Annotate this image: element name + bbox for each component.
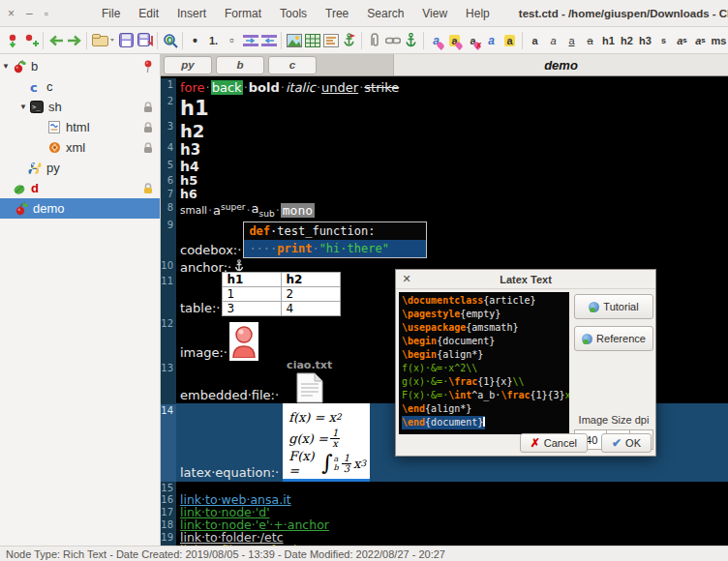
dialog-close-icon[interactable]: ✕ (396, 273, 417, 285)
tree-item-b[interactable]: ▼ b (0, 56, 160, 76)
menu-help[interactable]: Help (466, 7, 490, 20)
tutorial-button[interactable]: Tutorial (574, 294, 653, 319)
text-cursor (483, 417, 485, 427)
anchor-button[interactable] (402, 30, 420, 51)
h3-button[interactable]: h3 (636, 30, 654, 51)
tree-item-label: xml (66, 140, 85, 155)
strikethrough-button[interactable]: a (581, 30, 599, 51)
subscript-button[interactable]: as (691, 30, 710, 51)
tree-item-c[interactable]: c c (0, 76, 160, 97)
menu-view[interactable]: View (422, 7, 447, 20)
add-node-button[interactable] (3, 30, 21, 51)
insert-anchor-button[interactable] (340, 30, 358, 51)
latex-source-editor[interactable]: \documentclass{article}\pagestyle{empty}… (399, 292, 569, 434)
tree-item-demo[interactable]: demo (0, 198, 160, 219)
h1-button[interactable]: h1 (599, 30, 618, 51)
h5-heading: h5 (180, 174, 197, 188)
latest-foreground-button[interactable]: a (482, 30, 500, 51)
bookmark-tab-py[interactable]: py (164, 56, 212, 74)
handle-indent-plus-button[interactable] (241, 30, 259, 51)
bookmark-tab-b[interactable]: b (216, 56, 264, 74)
menu-insert[interactable]: Insert (177, 7, 206, 20)
tree-item-label: demo (33, 201, 65, 216)
handle-indent-minus-button[interactable] (259, 30, 278, 51)
document-icon (295, 372, 324, 403)
latest-background-button[interactable]: a (500, 30, 519, 51)
line-number: 18 (161, 518, 176, 531)
anchor-icon (404, 33, 418, 47)
small-button[interactable]: s (654, 30, 673, 51)
ok-button[interactable]: ✔OK (601, 433, 652, 453)
codebox-widget[interactable]: def·test_function: ····print·"hi·there" (243, 221, 427, 258)
cancel-button[interactable]: ✗Cancel (520, 433, 588, 453)
insert-image-button[interactable] (285, 30, 303, 51)
close-window-icon[interactable]: × (8, 7, 15, 20)
attach-file-button[interactable] (365, 30, 383, 51)
numbered-list-button[interactable]: 1. (204, 30, 223, 51)
menu-search[interactable]: Search (367, 7, 404, 20)
foreground-color-button[interactable]: a (427, 30, 445, 51)
latex-text-dialog: ✕ Latex Text \documentclass{article}\pag… (395, 269, 656, 457)
latex-label: latex·equation:· (180, 465, 279, 480)
bullet-list-button[interactable]: • (186, 30, 204, 51)
minimize-window-icon[interactable]: – (26, 7, 33, 20)
indent-right-icon (243, 34, 258, 47)
leaf-icon (12, 181, 27, 196)
open-file-button[interactable] (90, 30, 117, 51)
save-as-button[interactable] (136, 30, 154, 51)
save-as-icon (137, 33, 153, 47)
insert-link-button[interactable] (383, 30, 402, 51)
globe-icon (582, 334, 592, 344)
indent-left-icon (261, 34, 277, 47)
go-forward-button[interactable] (65, 30, 83, 51)
tree-item-py[interactable]: py (0, 158, 160, 178)
h2-button[interactable]: h2 (618, 30, 636, 51)
menu-tools[interactable]: Tools (280, 7, 307, 20)
menu-file[interactable]: File (102, 7, 120, 20)
line-number: 16 (161, 493, 176, 506)
line-number: 4 (161, 141, 176, 159)
line-number: 10 (161, 259, 176, 275)
status-text: Node Type: Rich Text - Date Created: 201… (6, 548, 445, 560)
image-size-dpi-label: Image Size dpi (574, 414, 653, 426)
superscript-button[interactable]: as (673, 30, 691, 51)
small-text: small (180, 204, 207, 216)
monospace-button[interactable]: ms (710, 30, 728, 51)
latex-image[interactable]: f(x) = x2 g(x) =1x F(x) =∫ab13x3 (283, 403, 370, 482)
menu-tree[interactable]: Tree (325, 7, 349, 20)
add-node-icon (5, 33, 20, 48)
italic-button[interactable]: a (544, 30, 562, 51)
add-subnode-button[interactable] (21, 30, 40, 51)
maximize-window-icon[interactable]: ▫ (45, 7, 48, 20)
h1-heading: h1 (180, 97, 209, 120)
tree-item-d[interactable]: d (0, 178, 160, 198)
tree-item-sh[interactable]: ▼ >_ sh (0, 97, 160, 117)
bookmark-tab-c[interactable]: c (268, 56, 317, 74)
todo-list-button[interactable]: ▫ (223, 30, 241, 51)
bold-button[interactable]: a (526, 30, 544, 51)
embedded-file-widget[interactable]: ciao.txt (287, 359, 332, 403)
find-button[interactable]: Q (161, 30, 179, 51)
table-widget[interactable]: h1h2 12 34 (222, 272, 341, 316)
tree-item-html[interactable]: html (0, 117, 160, 137)
anchor-flag-icon (342, 33, 356, 47)
file-link[interactable]: link·to·file·/etc/fstab (180, 544, 301, 546)
clear-format-button[interactable]: a✗ (464, 30, 482, 51)
menu-format[interactable]: Format (225, 7, 261, 20)
clear-x-icon: ✗ (475, 42, 482, 50)
expander-icon[interactable]: ▼ (0, 62, 12, 71)
insert-table-button[interactable] (303, 30, 321, 51)
dialog-titlebar: ✕ Latex Text (396, 270, 655, 289)
expander-icon[interactable]: ▼ (17, 103, 29, 111)
background-color-button[interactable]: a (445, 30, 464, 51)
menu-edit[interactable]: Edit (138, 7, 159, 20)
line-number: 17 (161, 506, 176, 518)
embedded-image[interactable] (229, 322, 258, 361)
tree-item-xml[interactable]: xml (0, 137, 160, 158)
insert-codebox-button[interactable] (321, 30, 340, 51)
underline-button[interactable]: a (562, 30, 581, 51)
go-back-button[interactable] (46, 30, 65, 51)
reference-button[interactable]: Reference (574, 326, 653, 351)
save-button[interactable] (117, 30, 136, 51)
statusbar: Node Type: Rich Text - Date Created: 201… (0, 546, 728, 561)
